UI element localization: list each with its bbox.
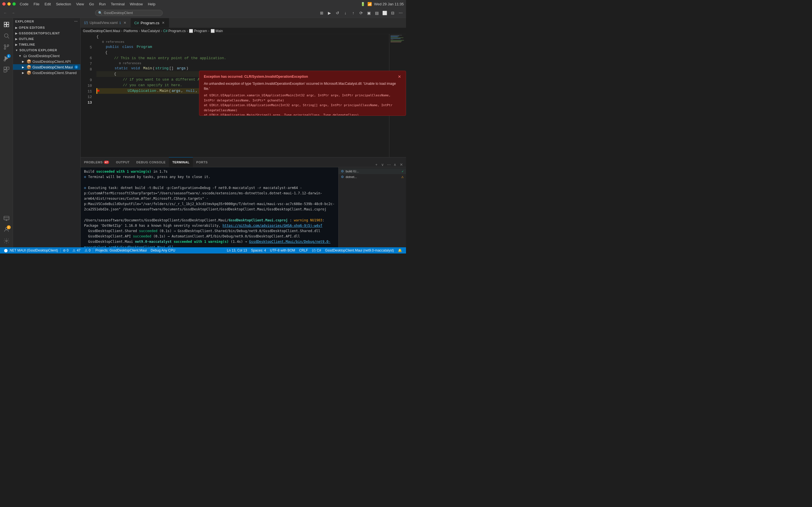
menu-run[interactable]: Run	[97, 1, 108, 7]
status-language[interactable]: ⟨/⟩ C#	[310, 247, 323, 253]
account-badge: !	[7, 225, 11, 229]
search-box[interactable]: 🔍 GssdDesktopClient	[95, 10, 163, 16]
layout-toggle-button[interactable]: ▣	[366, 10, 372, 16]
forward-button[interactable]: →	[10, 10, 16, 16]
solution-item-maui[interactable]: ▶ 📦 GssdDesktopClient.Maui 📋 📂 1	[13, 64, 80, 70]
panel-tab-problems[interactable]: PROBLEMS 47	[81, 157, 112, 167]
solution-item-gssd[interactable]: ▼ 🗂 GssdDesktopClient	[13, 53, 80, 59]
status-errors[interactable]: ⊘ 0	[61, 247, 70, 253]
search-activity-icon[interactable]	[1, 31, 12, 41]
step-into-button[interactable]: ↑	[350, 10, 356, 16]
status-remote[interactable]: ⬤ .NET MAUI (GssdDesktopClient)	[2, 247, 60, 253]
explorer-activity-icon[interactable]	[1, 19, 12, 30]
panel-split-button[interactable]: ∨	[380, 162, 385, 167]
menu-terminal[interactable]: Terminal	[109, 1, 127, 7]
exception-stack: at UIKit.UIApplication.xamarin_UIApplica…	[204, 93, 401, 116]
settings-activity-icon[interactable]	[1, 235, 12, 246]
menu-help[interactable]: Help	[146, 1, 158, 7]
exception-stack-line2: at UIKit.UIApplication.UIApplicationMain…	[204, 103, 401, 113]
menu-go[interactable]: Go	[87, 1, 96, 7]
solution-icon: 🗂	[23, 54, 27, 58]
tab-uploadview-close[interactable]: ✕	[123, 20, 127, 25]
step-reload-button[interactable]: ⟳	[358, 10, 364, 16]
terminal-line-warn1: /Users/sasasoftware/Documents/GssdDeskto…	[84, 218, 335, 228]
code-line-6: public class Program	[96, 44, 387, 50]
exception-stack-line3: at UIKit.UIApplication.Main(String[] arg…	[204, 113, 401, 116]
menu-file[interactable]: File	[31, 1, 42, 7]
exception-close-button[interactable]: ✕	[398, 74, 401, 79]
tab-program-close[interactable]: ✕	[161, 20, 165, 25]
line-num-11: 11	[83, 89, 92, 94]
terminal-area[interactable]: Build succeeded with 1 warning(s) in 1.7…	[81, 167, 338, 247]
menu-selection[interactable]: Selection	[54, 1, 73, 7]
menu-view[interactable]: View	[74, 1, 86, 7]
status-spaces[interactable]: Spaces: 4	[249, 247, 267, 253]
account-activity-icon[interactable]: !	[1, 224, 12, 235]
status-problems-count[interactable]: ⚠ 47	[71, 247, 82, 253]
status-encoding[interactable]: UTF-8 with BOM	[268, 247, 297, 253]
panel-more-button[interactable]: ⋯	[386, 162, 391, 167]
status-eol[interactable]: CRLF	[297, 247, 310, 253]
outline-header[interactable]: ▶ OUTLINE	[13, 36, 80, 42]
menu-edit[interactable]: Edit	[42, 1, 53, 7]
extensions-activity-icon[interactable]	[1, 64, 12, 75]
status-notifications[interactable]: 🔔	[396, 247, 404, 253]
restart-button[interactable]: ↺	[335, 10, 341, 16]
status-project[interactable]: Projects: GssdDesktopClient.Maui	[94, 247, 148, 253]
ref-count-main[interactable]: 0 references	[96, 61, 387, 66]
panel-maximize-button[interactable]: ∧	[393, 162, 398, 167]
ref-count-class[interactable]: 0 references	[96, 40, 387, 44]
tab-uploadview[interactable]: ⟨/⟩ UploadView.xaml 1 ✕	[81, 18, 131, 27]
sidebar: EXPLORER ⋯ ▶ OPEN EDITORS ▶ GSSDDESKTOPS…	[13, 18, 81, 247]
panel-tab-output[interactable]: OUTPUT	[112, 157, 133, 167]
panel-tab-ports[interactable]: PORTS	[193, 157, 211, 167]
breadcrumb-program-class[interactable]: ⬜ Program	[189, 29, 207, 33]
breadcrumb-maui[interactable]: GssdDesktopClient.Maui	[83, 29, 120, 33]
panel-close-button[interactable]: ✕	[399, 162, 404, 167]
extensions-grid-button[interactable]: ⊞	[319, 10, 325, 16]
explorer-header[interactable]: EXPLORER ⋯	[13, 18, 80, 25]
layout-split-button[interactable]: ⊟	[390, 10, 396, 16]
status-warnings[interactable]: ⚠ 0	[83, 247, 93, 253]
back-button[interactable]: ←	[2, 10, 8, 16]
minimize-button[interactable]	[7, 2, 11, 6]
open-editors-header[interactable]: ▶ OPEN EDITORS	[13, 25, 80, 31]
solution-item-shared[interactable]: ▶ 📦 GssdDesktopClient.Shared	[13, 70, 80, 75]
step-over-button[interactable]: ↓	[342, 10, 349, 16]
source-control-activity-icon[interactable]	[1, 42, 12, 52]
menu-window[interactable]: Window	[128, 1, 145, 7]
terminal-line-build1: GssdDesktopClient.Shared succeeded (0.1s…	[84, 228, 335, 234]
status-spaces-label: Spaces: 4	[251, 248, 266, 252]
timeline-header[interactable]: ▶ TIMELINE	[13, 42, 80, 47]
breadcrumb-main-method[interactable]: ⬜ Main	[211, 29, 223, 33]
status-framework[interactable]: GssdDesktopClient.Maui (net9.0-maccataly…	[323, 247, 396, 253]
solution-item-api[interactable]: ▶ 📦 GssdDesktopClient.API	[13, 59, 80, 64]
svg-point-6	[4, 45, 6, 47]
tab-program[interactable]: C# Program.cs ✕	[131, 18, 169, 27]
sidebar-toggle-button[interactable]: ⬜	[382, 10, 388, 16]
panel-tab-terminal[interactable]: TERMINAL	[169, 157, 193, 167]
status-position[interactable]: Ln 13, Col 13	[225, 247, 249, 253]
breadcrumb-maccatalyst[interactable]: MacCatalyst	[141, 29, 160, 33]
panel-toggle-button[interactable]: ▤	[374, 10, 380, 16]
traffic-lights	[2, 2, 16, 6]
run-debug-activity-icon[interactable]: 1	[1, 53, 12, 64]
breadcrumb-platforms[interactable]: Platforms	[123, 29, 138, 33]
remote-activity-icon[interactable]	[1, 213, 12, 224]
panel-tab-debug-label: DEBUG CONSOLE	[137, 161, 166, 164]
panel-tab-debug-console[interactable]: DEBUG CONSOLE	[133, 157, 169, 167]
line-num-ref-9	[83, 72, 92, 77]
explorer-more-button[interactable]: ⋯	[73, 19, 78, 24]
solution-explorer-header[interactable]: ▼ SOLUTION EXPLORER	[13, 47, 80, 53]
terminal-item-dotnet[interactable]: ⚙ dotnet... ⚠	[339, 174, 406, 180]
panel-new-terminal-button[interactable]: +	[374, 162, 379, 167]
close-button[interactable]	[2, 2, 6, 6]
status-problems-icon: ⚠	[72, 248, 75, 252]
status-debug-config[interactable]: Debug Any CPU	[149, 247, 177, 253]
maximize-button[interactable]	[12, 2, 16, 6]
terminal-item-build[interactable]: ⚙ build /U... ✓	[339, 168, 406, 174]
breadcrumb-program-cs[interactable]: C# Program.cs	[163, 29, 186, 33]
gssd-header[interactable]: ▶ GSSDDESKTOPSCLIENT	[13, 31, 80, 36]
run-button[interactable]: ▶	[326, 10, 333, 16]
more-actions-button[interactable]: ⋯	[398, 10, 404, 16]
